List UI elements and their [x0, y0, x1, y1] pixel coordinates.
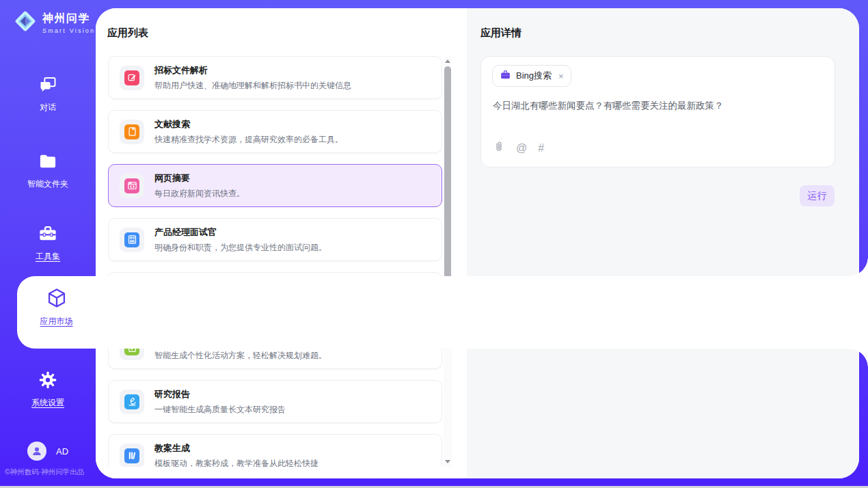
- brand-name: 神州问学: [42, 12, 95, 26]
- scroll-down-arrow-icon[interactable]: [445, 460, 450, 463]
- sidebar-item-label: 对话: [40, 102, 56, 113]
- app-desc: 每日政府新闻资讯快查。: [154, 188, 245, 200]
- app-card-research-report[interactable]: 研究报告 一键智能生成高质量长文本研究报告: [108, 380, 442, 423]
- app-icon-tile: [120, 174, 144, 198]
- app-card-literature-search[interactable]: 文献搜索 快速精准查找学术资源，提高研究效率的必备工具。: [108, 110, 442, 153]
- query-text[interactable]: 今日湖北有哪些新闻要点？有哪些需要关注的最新政策？: [493, 99, 821, 113]
- at-icon[interactable]: @: [516, 143, 527, 154]
- run-button[interactable]: 运行: [800, 185, 835, 206]
- gear-icon: [38, 370, 57, 392]
- app-desc: 模板驱动，教案秒成，教学准备从此轻松快捷: [154, 458, 318, 467]
- scroll-up-arrow-icon[interactable]: [445, 59, 450, 63]
- composer-card[interactable]: Bing搜索 × 今日湖北有哪些新闻要点？有哪些需要关注的最新政策？ @ #: [480, 56, 835, 167]
- books-icon: [124, 448, 139, 463]
- sidebar-item-label: 系统设置: [31, 397, 64, 409]
- hash-icon[interactable]: #: [538, 143, 544, 154]
- app-icon-tile: [120, 390, 144, 414]
- resume-icon: [124, 232, 139, 247]
- toolbox-icon: [38, 224, 57, 246]
- edit-document-icon: [124, 70, 139, 85]
- app-icon-tile: [120, 228, 144, 252]
- app-desc: 明确身份和职责，为您提供专业性的面试问题。: [154, 242, 327, 254]
- brand-subtitle: Smart Vision: [42, 27, 95, 34]
- app-name: 研究报告: [154, 388, 286, 401]
- sidebar-item-label: 智能文件夹: [27, 178, 68, 190]
- app-list: 招标文件解析 帮助用户快速、准确地理解和解析招标书中的关键信息: [108, 56, 442, 467]
- app-icon-tile: [120, 120, 144, 144]
- person-icon: [31, 445, 43, 457]
- app-desc: 快速精准查找学术资源，提高研究效率的必备工具。: [154, 134, 343, 146]
- sidebar-item-label: 应用市场: [40, 316, 73, 327]
- app-window: 神州问学 Smart Vision 对话 智能文件夹: [0, 0, 868, 488]
- app-icon-tile: [120, 66, 144, 90]
- sidebar-item-smart-folder[interactable]: 智能文件夹: [0, 152, 96, 190]
- book-icon: [124, 124, 139, 139]
- chat-icon: [38, 75, 57, 97]
- tool-tag-bing-search[interactable]: Bing搜索 ×: [492, 65, 571, 87]
- user-name: AD: [56, 446, 68, 457]
- app-name: 网页摘要: [154, 172, 245, 185]
- app-card-webpage-summary[interactable]: 网页摘要 每日政府新闻资讯快查。: [108, 164, 442, 207]
- user-row[interactable]: AD: [0, 442, 96, 461]
- folder-icon: [38, 152, 57, 174]
- app-card-lesson-plan[interactable]: 教案生成 模板驱动，教案秒成，教学准备从此轻松快捷: [108, 434, 442, 467]
- brand-logo: 神州问学 Smart Vision: [13, 9, 95, 36]
- diamond-logo-icon: [13, 9, 38, 36]
- cube-icon: [46, 287, 68, 312]
- sidebar-footer: ©神州数码·神州问学出品: [5, 467, 84, 477]
- sidebar-active-highlight: 应用市场: [17, 276, 868, 349]
- app-desc: 帮助用户快速、准确地理解和解析招标书中的关键信息: [154, 80, 351, 92]
- app-list-title: 应用列表: [107, 27, 148, 40]
- app-card-pm-interviewer[interactable]: 产品经理面试官 明确身份和职责，为您提供专业性的面试问题。: [108, 218, 442, 261]
- app-desc: 智能生成个性化活动方案，轻松解决规划难题。: [154, 350, 327, 362]
- composer-toolbar: @ #: [493, 141, 544, 156]
- sidebar-item-toolset[interactable]: 工具集: [0, 224, 96, 262]
- app-list-scrollbar[interactable]: [444, 56, 452, 467]
- app-name: 文献搜索: [154, 118, 343, 131]
- app-list-pane: 应用列表 招标文件解析 帮助用户快速、准确地理解和解析招标书中的关键信: [96, 8, 467, 478]
- microscope-icon: [124, 394, 139, 409]
- paperclip-icon[interactable]: [493, 141, 505, 156]
- app-card-bid-document-parse[interactable]: 招标文件解析 帮助用户快速、准确地理解和解析招标书中的关键信息: [108, 56, 442, 99]
- app-icon-tile: [120, 444, 144, 467]
- sidebar-item-chat[interactable]: 对话: [0, 75, 96, 113]
- briefcase-icon: [500, 69, 511, 83]
- tool-tag-label: Bing搜索: [516, 70, 552, 82]
- app-detail-title: 应用详情: [480, 27, 521, 40]
- main-panel: 应用列表 招标文件解析 帮助用户快速、准确地理解和解析招标书中的关键信: [96, 8, 859, 478]
- sidebar-item-app-market[interactable]: 应用市场: [17, 287, 96, 327]
- app-detail-pane: 应用详情 Bing搜索 × 今日湖北有哪些新闻要点？有哪些需要关注的最新政策？: [467, 8, 859, 478]
- avatar: [27, 442, 46, 461]
- sidebar-item-settings[interactable]: 系统设置: [0, 370, 96, 409]
- close-icon[interactable]: ×: [558, 71, 564, 81]
- webpage-code-icon: [124, 178, 139, 193]
- sidebar-item-label: 工具集: [36, 251, 60, 262]
- app-name: 教案生成: [154, 442, 318, 455]
- app-desc: 一键智能生成高质量长文本研究报告: [154, 404, 286, 416]
- app-name: 招标文件解析: [154, 64, 351, 77]
- app-name: 产品经理面试官: [154, 226, 327, 239]
